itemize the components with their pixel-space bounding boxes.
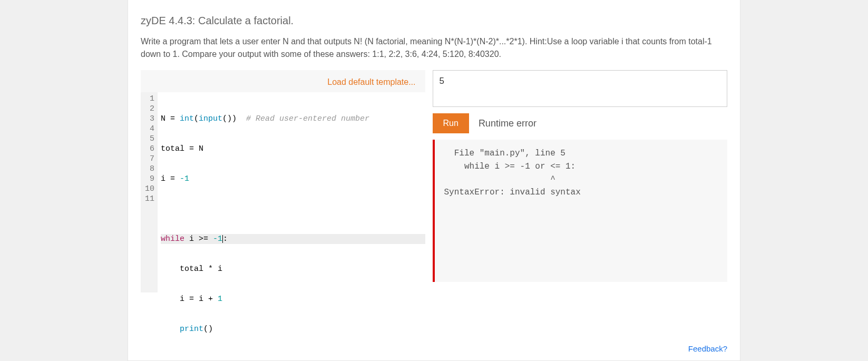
line-number: 4 [143, 124, 154, 134]
code-line: while i >= -1: [161, 234, 425, 244]
feedback-link[interactable]: Feedback? [688, 344, 727, 353]
workspace: Load default template... 1 2 3 4 5 6 7 8… [141, 70, 727, 292]
load-template-link[interactable]: Load default template... [327, 77, 415, 87]
code-line: N = int(input()) # Read user-entered num… [161, 114, 425, 124]
run-panel: Run Runtime error File "main.py", line 5… [433, 70, 727, 292]
editor-panel: Load default template... 1 2 3 4 5 6 7 8… [141, 70, 425, 292]
line-number: 5 [143, 134, 154, 144]
editor-header: Load default template... [141, 70, 425, 92]
code-line [161, 354, 425, 361]
run-status: Runtime error [479, 118, 537, 129]
line-number: 6 [143, 144, 154, 154]
code-line [161, 204, 425, 214]
run-row: Run Runtime error [433, 113, 727, 133]
line-number: 3 [143, 114, 154, 124]
line-number: 1 [143, 94, 154, 104]
run-button[interactable]: Run [433, 113, 469, 133]
line-number: 9 [143, 174, 154, 184]
line-number: 7 [143, 154, 154, 164]
code-editor[interactable]: 1 2 3 4 5 6 7 8 9 10 11 N = int(input())… [141, 92, 425, 292]
code-line: i = i + 1 [161, 294, 425, 304]
line-number: 10 [143, 184, 154, 194]
line-number: 8 [143, 164, 154, 174]
line-number-gutter: 1 2 3 4 5 6 7 8 9 10 11 [141, 92, 158, 292]
zyde-activity-card: zyDE 4.4.3: Calculate a factorial. Write… [128, 0, 740, 361]
code-lines[interactable]: N = int(input()) # Read user-entered num… [158, 92, 425, 292]
code-line: print() [161, 324, 425, 334]
activity-title: zyDE 4.4.3: Calculate a factorial. [141, 15, 727, 27]
code-line: total = N [161, 144, 425, 154]
activity-instructions: Write a program that lets a user enter N… [141, 35, 727, 61]
line-number: 2 [143, 104, 154, 114]
code-line: total * i [161, 264, 425, 274]
output-console: File "main.py", line 5 while i >= -1 or … [433, 140, 727, 282]
stdin-input[interactable] [433, 70, 727, 107]
line-number: 11 [143, 194, 154, 204]
code-line: i = -1 [161, 174, 425, 184]
